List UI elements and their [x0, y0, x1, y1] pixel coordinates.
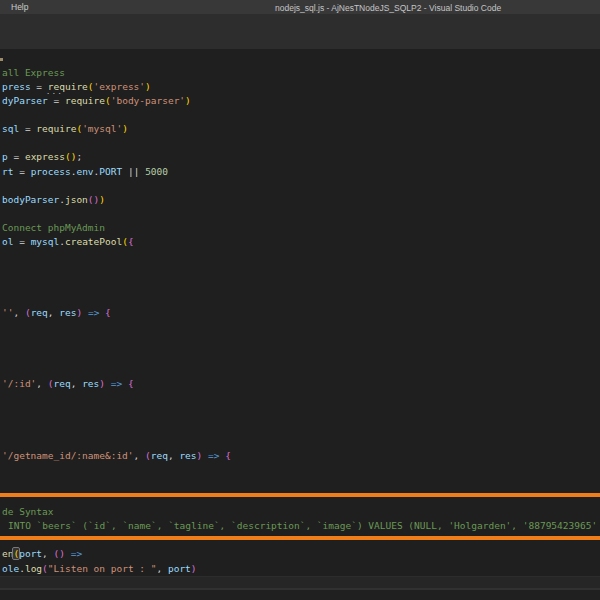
panel-bottom [0, 590, 600, 600]
code-token: => [71, 548, 82, 559]
code-token: mysql [31, 236, 60, 247]
code-line[interactable]: dyParser = require('body-parser') [2, 94, 191, 107]
code-token: require [36, 123, 76, 134]
code-token: { [128, 236, 134, 247]
code-line[interactable]: p = express(); [2, 150, 82, 163]
code-line[interactable]: bodyParser.json()) [2, 193, 105, 206]
code-line[interactable]: de Syntax [2, 505, 53, 518]
title-bar: Help nodejs_sql.js - AjNesTNodeJS_SQLP2 … [0, 0, 600, 14]
code-token: ; [76, 151, 82, 162]
code-token: = [8, 151, 25, 162]
code-token: => [111, 378, 122, 389]
code-token: { [128, 378, 134, 389]
code-token: press [2, 81, 31, 92]
code-token: json [65, 194, 88, 205]
code-token: ole [2, 563, 19, 574]
code-token: '/:id' [2, 378, 36, 389]
window-title: nodejs_sql.js - AjNesTNodeJS_SQLP2 - Vis… [275, 3, 501, 13]
code-token: ) [122, 123, 128, 134]
code-token: = [19, 123, 36, 134]
code-token: ) [145, 81, 151, 92]
code-token: , [156, 563, 167, 574]
code-token: res [179, 450, 196, 461]
code-token: Connect phpMyAdmin [2, 222, 105, 233]
code-token: '' [2, 307, 13, 318]
code-token: process [31, 166, 71, 177]
code-token: en [2, 548, 13, 559]
code-token: => [88, 307, 99, 318]
code-token: 'mysql' [82, 123, 122, 134]
code-line[interactable]: en(port, () => [2, 547, 82, 560]
code-token: require [48, 81, 88, 92]
code-token: req [54, 378, 71, 389]
code-token: 'express' [94, 81, 145, 92]
code-token: "Listen on port : " [48, 563, 157, 574]
code-token: INTO `beers` (`id`, `name`, `tagline`, `… [8, 520, 597, 531]
code-token: ol [2, 236, 13, 247]
code-token: ) [99, 194, 105, 205]
code-token: , [134, 450, 145, 461]
code-token: PORT [99, 166, 122, 177]
code-token: { [105, 307, 111, 318]
code-token: de Syntax [2, 506, 53, 517]
code-token: , [13, 307, 24, 318]
code-token: 'body-parser' [111, 95, 185, 106]
code-token: res [82, 378, 99, 389]
code-token: = [31, 81, 48, 92]
menu-item-help[interactable]: Help [11, 2, 28, 12]
code-line[interactable]: '/getname_id/:name&:id', (req, res) => { [2, 449, 231, 462]
code-token: env [76, 166, 93, 177]
editor[interactable]: ... all Expresspress = require('express'… [0, 49, 600, 576]
code-token: all Express [2, 67, 65, 78]
code-token: = [13, 166, 30, 177]
code-token: , [168, 450, 179, 461]
code-token: , [36, 378, 47, 389]
code-token: , [71, 378, 82, 389]
code-token: 5000 [145, 166, 168, 177]
code-token: => [208, 450, 219, 461]
code-line[interactable]: Connect phpMyAdmin [2, 221, 105, 234]
code-token: express [25, 151, 65, 162]
code-line[interactable]: ol = mysql.createPool({ [2, 235, 134, 248]
code-token: createPool [65, 236, 122, 247]
code-token: port [19, 548, 42, 559]
code-token: = [48, 95, 65, 106]
code-line[interactable]: all Express [2, 66, 65, 79]
code-token: rt [2, 166, 13, 177]
code-token: = [13, 236, 30, 247]
code-line[interactable]: press = require('express') [2, 80, 151, 93]
code-token: bodyParser [2, 194, 59, 205]
code-token: || [128, 166, 139, 177]
clipped-glyph [0, 58, 3, 61]
code-token: , [42, 548, 53, 559]
code-line[interactable]: rt = process.env.PORT || 5000 [2, 165, 168, 178]
code-line[interactable]: ole.log("Listen on port : ", port) [2, 562, 197, 575]
code-token: req [31, 307, 48, 318]
vscode-window: Help nodejs_sql.js - AjNesTNodeJS_SQLP2 … [0, 0, 600, 600]
code-line[interactable]: sql = require('mysql') [2, 122, 128, 135]
tab-bar[interactable] [0, 14, 600, 49]
code-line[interactable]: '/:id', (req, res) => { [2, 377, 134, 390]
code-token: sql [2, 123, 19, 134]
annotation-box [0, 493, 600, 540]
code-token: dyParser [2, 95, 48, 106]
code-token: ) [185, 95, 191, 106]
code-token: req [151, 450, 168, 461]
code-line[interactable]: '', (req, res) => { [2, 306, 111, 319]
code-token: port [168, 563, 191, 574]
code-token: '/getname_id/:name&:id' [2, 450, 134, 461]
code-token: log [25, 563, 42, 574]
code-token: () [65, 151, 76, 162]
code-token: res [59, 307, 76, 318]
code-token: require [65, 95, 105, 106]
code-token: , [48, 307, 59, 318]
code-token: { [225, 450, 231, 461]
panel-strip [0, 577, 600, 588]
code-token: ) [191, 563, 197, 574]
code-line[interactable]: INTO `beers` (`id`, `name`, `tagline`, `… [8, 519, 597, 532]
